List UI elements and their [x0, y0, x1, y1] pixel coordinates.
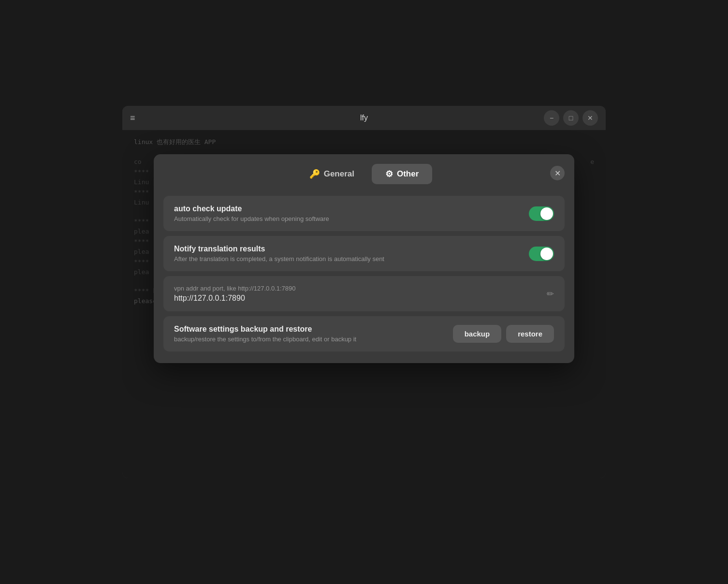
- tab-general-label: General: [324, 169, 354, 179]
- app-title: lfy: [360, 114, 368, 122]
- notify-translation-info: Notify translation results After the tra…: [174, 245, 529, 263]
- backup-button[interactable]: backup: [453, 325, 502, 343]
- background-content: linux 也有好用的医生 APP coe **** Linu **** Lin…: [122, 130, 606, 478]
- tab-other-label: Other: [397, 169, 419, 179]
- title-bar: ≡ lfy − □ ✕: [122, 106, 606, 130]
- window-controls: − □ ✕: [544, 110, 598, 126]
- auto-check-update-info: auto check update Automatically check fo…: [174, 204, 529, 222]
- notify-translation-toggle[interactable]: [529, 247, 554, 261]
- app-window: ≡ lfy − □ ✕ linux 也有好用的医生 APP coe **** L…: [122, 106, 606, 478]
- tab-other[interactable]: ⚙ Other: [372, 164, 432, 184]
- minimize-button[interactable]: −: [544, 110, 559, 126]
- auto-check-update-desc: Automatically check for updates when ope…: [174, 215, 529, 222]
- menu-icon[interactable]: ≡: [130, 113, 135, 123]
- close-button[interactable]: ✕: [582, 110, 598, 126]
- vpn-info: vpn addr and port, like http://127.0.0.1…: [174, 285, 547, 303]
- vpn-edit-icon[interactable]: ✏: [547, 289, 554, 299]
- toggle-knob: [540, 248, 553, 260]
- notify-translation-card: Notify translation results After the tra…: [163, 236, 565, 271]
- backup-card: Software settings backup and restore bac…: [163, 316, 565, 351]
- notify-translation-title: Notify translation results: [174, 245, 529, 253]
- vpn-card: vpn addr and port, like http://127.0.0.1…: [163, 276, 565, 311]
- vpn-label: vpn addr and port, like http://127.0.0.1…: [174, 285, 547, 292]
- toggle-knob: [540, 207, 553, 220]
- key-icon: 🔑: [309, 169, 320, 179]
- auto-check-update-toggle[interactable]: [529, 206, 554, 221]
- modal-overlay: 🔑 General ⚙ Other ✕ auto check update: [122, 130, 606, 478]
- maximize-button[interactable]: □: [563, 110, 579, 126]
- backup-info: Software settings backup and restore bac…: [174, 325, 453, 343]
- settings-modal: 🔑 General ⚙ Other ✕ auto check update: [154, 154, 574, 363]
- restore-button[interactable]: restore: [506, 325, 554, 343]
- backup-title: Software settings backup and restore: [174, 325, 453, 334]
- modal-body: auto check update Automatically check fo…: [154, 192, 574, 363]
- tab-general[interactable]: 🔑 General: [296, 164, 368, 184]
- backup-buttons: backup restore: [453, 325, 554, 343]
- gear-icon: ⚙: [385, 169, 393, 179]
- auto-check-update-card: auto check update Automatically check fo…: [163, 196, 565, 231]
- modal-close-button[interactable]: ✕: [550, 166, 565, 180]
- modal-tabs: 🔑 General ⚙ Other ✕: [154, 154, 574, 192]
- backup-desc: backup/restore the settings to/from the …: [174, 336, 453, 343]
- notify-translation-desc: After the translation is completed, a sy…: [174, 255, 529, 263]
- vpn-value: http://127.0.0.1:7890: [174, 294, 547, 303]
- auto-check-update-title: auto check update: [174, 204, 529, 213]
